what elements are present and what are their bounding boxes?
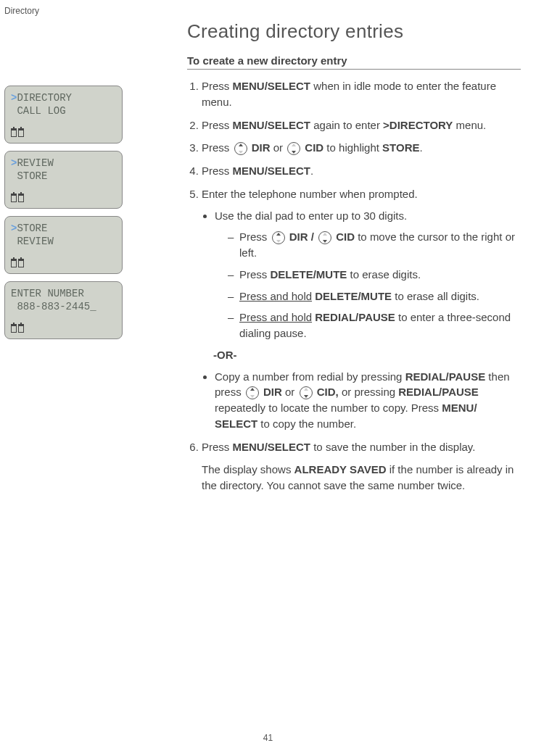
- text: Press: [239, 230, 271, 243]
- lcd-line: ENTER NUMBER: [11, 288, 84, 299]
- text-smallcaps: MENU: [233, 165, 265, 177]
- text-bold: /SELECT: [265, 119, 310, 131]
- battery-icon: [18, 259, 24, 267]
- text-smallcaps: /MUTE: [358, 290, 392, 302]
- text-bold: DIR: [260, 386, 282, 398]
- text: Press: [202, 165, 233, 177]
- text-underline: Press and hold: [239, 290, 312, 302]
- text: Press: [202, 119, 233, 131]
- text: to erase digits.: [347, 268, 421, 281]
- battery-icon: [11, 128, 17, 137]
- battery-icons: [11, 259, 24, 267]
- down-arrow-icon: [318, 231, 331, 244]
- text-smallcaps: MENU/: [442, 402, 477, 414]
- up-arrow-icon: [246, 386, 259, 399]
- down-arrow-icon: [300, 386, 313, 399]
- text-bold: DIR: [249, 141, 271, 154]
- text: to highlight: [323, 141, 382, 154]
- text: again to enter: [310, 119, 383, 131]
- text: repeatedly to locate the number to copy.…: [215, 402, 442, 414]
- battery-icons: [11, 128, 24, 137]
- main-content: Creating directory entries To create a n…: [187, 20, 521, 501]
- step-6: Press MENU/SELECT to save the number in …: [202, 439, 521, 494]
- up-arrow-icon: [272, 231, 285, 244]
- text: Press: [202, 141, 233, 154]
- text-bold: CID,: [314, 386, 339, 398]
- text: Copy a number from redial by pressing: [215, 370, 405, 383]
- text: or: [282, 386, 298, 398]
- step-5: Enter the telephone number when prompted…: [202, 186, 521, 432]
- up-arrow-icon: [234, 142, 247, 155]
- battery-icons: [11, 194, 24, 202]
- text-bold: MENU/: [233, 80, 268, 92]
- dash-item: –Press DIR / CID to move the cursor to t…: [228, 229, 521, 261]
- lcd-screens-column: >DIRECTORY CALL LOG >REVIEW STORE >STORE…: [4, 86, 123, 346]
- text-smallcaps: /PAUSE: [445, 370, 485, 383]
- text-bold: ALREADY SAVED: [294, 463, 387, 475]
- lcd-line: 888-883-2445_: [11, 301, 116, 314]
- instruction-list: Press MENU/SELECT when in idle mode to e…: [187, 78, 521, 494]
- text-smallcaps: MENU: [233, 119, 265, 131]
- text-smallcaps: REDIAL/: [312, 311, 358, 323]
- text-bold: CID: [302, 141, 323, 154]
- text-smallcaps: /PAUSE: [439, 386, 479, 398]
- text: Press: [202, 441, 233, 453]
- step-3: Press DIR or CID to highlight STORE.: [202, 140, 521, 156]
- text-bold: >DIRECTORY: [383, 119, 453, 131]
- text-bold: /SELECT: [265, 441, 310, 453]
- text: to erase all digits.: [392, 290, 479, 302]
- text-bold: REDIAL: [405, 370, 446, 383]
- text: Use the dial pad to enter up to 30 digit…: [215, 209, 407, 222]
- down-arrow-icon: [287, 142, 300, 155]
- battery-icon: [18, 194, 24, 202]
- lcd-screen-2: >REVIEW STORE: [4, 151, 123, 209]
- text-underline: Press and hold: [239, 311, 312, 323]
- or-label: -OR-: [213, 347, 521, 363]
- dash-item: –Press DELETE/MUTE to erase digits.: [228, 267, 521, 283]
- text-bold: /SELECT: [265, 165, 310, 177]
- text-smallcaps: /MUTE: [313, 268, 347, 281]
- battery-icon: [18, 324, 24, 333]
- text-smallcaps: SELECT: [268, 80, 310, 92]
- page-title: Creating directory entries: [187, 20, 521, 43]
- dash-item: –Press and hold DELETE/MUTE to erase all…: [228, 288, 521, 304]
- text: .: [420, 141, 423, 154]
- text: Enter the telephone number when prompted…: [202, 188, 418, 200]
- battery-icon: [11, 194, 17, 202]
- battery-icon: [18, 128, 24, 137]
- text-bold: DELETE: [312, 290, 358, 302]
- subtitle: To create a new directory entry: [187, 54, 521, 70]
- text-bold: DELETE: [271, 268, 313, 281]
- text: or pressing: [339, 386, 399, 398]
- lcd-line: DIRECTORY: [17, 92, 72, 104]
- text-bold: SELECT: [215, 418, 257, 430]
- lcd-line: CALL LOG: [11, 105, 116, 118]
- step-2: Press MENU/SELECT again to enter >DIRECT…: [202, 117, 521, 133]
- step-4: Press MENU/SELECT.: [202, 163, 521, 179]
- text: menu.: [453, 119, 486, 131]
- text: .: [310, 165, 313, 177]
- text-bold: DIR /: [286, 230, 318, 243]
- text: or: [271, 141, 286, 154]
- battery-icon: [11, 259, 17, 267]
- bullet-redial: Copy a number from redial by pressing RE…: [215, 369, 521, 432]
- lcd-line: REVIEW: [11, 236, 116, 249]
- lcd-line: STORE: [17, 223, 47, 234]
- text: to copy the number.: [257, 418, 356, 430]
- text-bold: CID: [333, 230, 355, 243]
- battery-icons: [11, 324, 24, 333]
- page-number: 41: [263, 733, 273, 743]
- lcd-screen-1: >DIRECTORY CALL LOG: [4, 86, 123, 144]
- lcd-screen-3: >STORE REVIEW: [4, 216, 123, 274]
- text-bold: REDIAL: [398, 386, 439, 398]
- section-header: Directory: [4, 6, 39, 16]
- battery-icon: [11, 324, 17, 333]
- text-bold: PAUSE: [358, 311, 395, 323]
- step-1: Press MENU/SELECT when in idle mode to e…: [202, 78, 521, 110]
- text: to save the number in the display.: [310, 441, 475, 453]
- text-smallcaps: MENU: [233, 441, 265, 453]
- bullet-dialpad: Use the dial pad to enter up to 30 digit…: [215, 208, 521, 363]
- text-bold: STORE: [382, 141, 419, 154]
- lcd-line: REVIEW: [17, 157, 53, 169]
- text: The display shows: [202, 463, 294, 475]
